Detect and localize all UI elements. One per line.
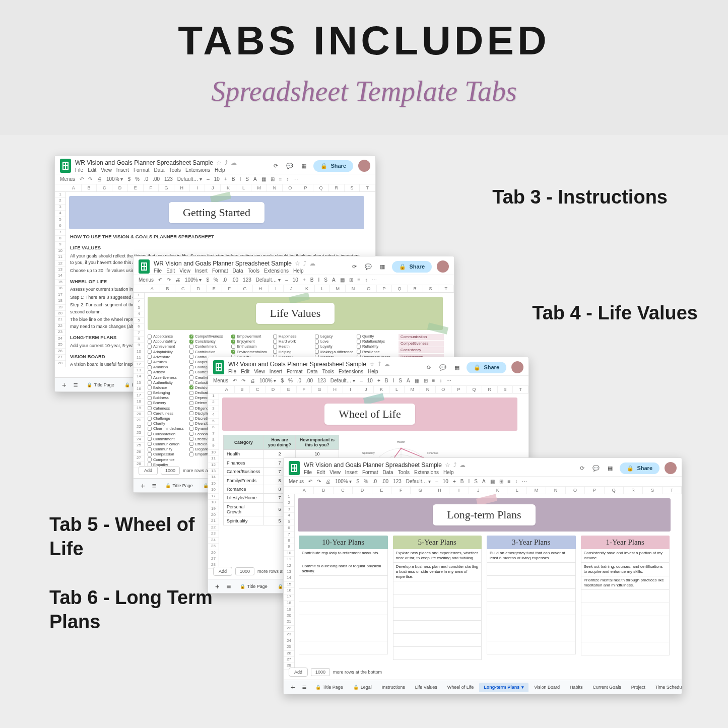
value-checkbox[interactable]: Boldness — [148, 395, 187, 400]
plan-cell[interactable] — [487, 576, 576, 589]
value-checkbox[interactable]: Artistry — [148, 370, 187, 374]
add-sheet-button[interactable]: + — [212, 582, 223, 590]
toolbar-item[interactable]: S — [474, 479, 478, 484]
avatar[interactable] — [665, 462, 677, 474]
comment-icon[interactable]: 💬 — [438, 363, 447, 372]
menu-item[interactable]: Tools — [169, 167, 181, 173]
sheet-tab[interactable]: Vision Board — [530, 683, 564, 692]
value-checkbox[interactable]: Challenge — [148, 416, 187, 421]
add-sheet-button[interactable]: + — [288, 683, 298, 691]
menu-item[interactable]: Help — [443, 470, 454, 475]
toolbar-item[interactable]: I — [239, 176, 241, 182]
toolbar-item[interactable]: 100% ▾ — [106, 176, 123, 182]
toolbar-item[interactable]: 10 — [293, 277, 298, 283]
value-checkbox[interactable]: Acceptance — [148, 334, 187, 339]
toolbar-item[interactable]: ↕ — [286, 176, 289, 182]
toolbar-item[interactable]: ↕ — [515, 479, 517, 484]
add-button[interactable]: Add — [213, 567, 232, 576]
value-checkbox[interactable]: Hard work — [273, 339, 313, 344]
toolbar-item[interactable]: I — [318, 277, 319, 283]
value-checkbox[interactable]: Authenticity — [148, 380, 187, 385]
value-checkbox[interactable]: Ambition — [148, 365, 187, 369]
all-sheets-button[interactable]: ≡ — [299, 683, 310, 691]
avatar[interactable] — [358, 160, 370, 172]
plan-cell[interactable]: Build an emergency fund that can cover a… — [487, 549, 576, 563]
history-icon[interactable]: ⟳ — [350, 262, 359, 271]
toolbar-item[interactable]: % — [135, 176, 140, 182]
menu-item[interactable]: Edit — [316, 470, 325, 475]
toolbar-item[interactable]: % — [364, 479, 368, 484]
history-icon[interactable]: ⟳ — [424, 363, 433, 372]
toolbar-item[interactable]: S — [399, 378, 402, 383]
menu-item[interactable]: Insert — [270, 369, 282, 374]
toolbar-item[interactable]: $ — [281, 378, 284, 383]
value-checkbox[interactable]: Adaptability — [148, 350, 187, 354]
value-checkbox[interactable]: Communication — [148, 442, 187, 446]
toolbar-item[interactable]: ≡ — [358, 277, 361, 283]
toolbar[interactable]: Menus↶↷🖨100% ▾$%.0.00123Default… ▾–10+BI… — [208, 375, 528, 386]
toolbar-item[interactable]: B — [232, 176, 235, 182]
toolbar-item[interactable]: .00 — [231, 277, 238, 283]
toolbar-item[interactable]: 🖨 — [175, 277, 180, 283]
share-button[interactable]: 🔒Share — [620, 462, 659, 474]
add-rows[interactable]: Add 1000 more rows at the bottom — [289, 668, 382, 677]
menu-item[interactable]: Edit — [88, 167, 96, 173]
meet-icon[interactable]: ▦ — [299, 161, 308, 170]
toolbar-item[interactable]: 100% ▾ — [259, 378, 276, 383]
toolbar-item[interactable]: 123 — [393, 479, 402, 484]
value-checkbox[interactable]: Assertiveness — [148, 375, 187, 380]
value-checkbox[interactable]: Resilience — [357, 350, 396, 354]
plan-cell[interactable]: Seek out training, courses, and certific… — [581, 563, 670, 576]
toolbar-item[interactable]: 10 — [367, 378, 373, 383]
menu-item[interactable]: Edit — [241, 369, 249, 374]
toolbar-item[interactable]: ↶ — [80, 176, 84, 182]
value-checkbox[interactable]: Compassion — [148, 452, 187, 456]
plan-cell[interactable]: Commit to a lifelong habit of regular ph… — [299, 562, 388, 576]
sheet-tab[interactable]: Project — [627, 683, 650, 692]
toolbar-item[interactable]: B — [385, 378, 388, 383]
toolbar-item[interactable]: ↕ — [365, 277, 367, 283]
toolbar-item[interactable]: A — [482, 479, 486, 484]
value-checkbox[interactable]: Health — [273, 344, 313, 349]
toolbar-item[interactable]: ↷ — [317, 479, 321, 484]
menu-item[interactable]: View — [101, 167, 112, 173]
move-icon[interactable]: ⤴ — [225, 159, 228, 166]
toolbar-item[interactable]: S — [245, 176, 249, 182]
toolbar-item[interactable]: .0 — [144, 176, 148, 182]
toolbar-item[interactable]: 123 — [243, 277, 251, 283]
sheet-tab[interactable]: Current Goals — [588, 683, 626, 692]
toolbar-item[interactable]: 10 — [214, 176, 220, 182]
sheet-tab[interactable]: Instructions — [377, 683, 410, 692]
value-checkbox[interactable]: Community — [148, 447, 187, 451]
toolbar-item[interactable]: S — [324, 277, 327, 283]
share-button[interactable]: 🔒Share — [392, 261, 432, 273]
plan-cell[interactable] — [487, 589, 576, 602]
toolbar-item[interactable]: Default… ▾ — [406, 479, 431, 484]
plan-cell[interactable] — [581, 590, 670, 603]
menu-item[interactable]: Extensions — [339, 369, 363, 374]
sheet-tab[interactable]: Wheel of Life — [443, 683, 479, 692]
toolbar-item[interactable]: + — [303, 277, 306, 283]
meet-icon[interactable]: ▦ — [606, 464, 615, 473]
toolbar-item[interactable]: ↷ — [241, 378, 245, 383]
toolbar-item[interactable]: A — [253, 176, 257, 182]
plan-cell[interactable] — [487, 615, 576, 628]
value-checkbox[interactable]: Bravery — [148, 401, 187, 405]
plan-cell[interactable] — [581, 616, 670, 629]
plan-cell[interactable] — [299, 589, 388, 602]
all-sheets-button[interactable]: ≡ — [224, 582, 234, 590]
toolbar-item[interactable]: Menus — [139, 277, 154, 283]
menu-bar[interactable]: FileEditViewInsertFormatDataToolsExtensi… — [228, 369, 390, 374]
plan-cell[interactable]: Explore new places and experiences, whet… — [393, 549, 482, 563]
meet-icon[interactable]: ▦ — [452, 363, 461, 372]
toolbar-item[interactable]: .00 — [381, 479, 388, 484]
toolbar-item[interactable]: + — [224, 176, 227, 182]
toolbar-item[interactable]: ≡ — [279, 176, 282, 182]
value-checkbox[interactable]: Relationships — [357, 339, 396, 344]
toolbar-item[interactable]: ≡ — [508, 479, 511, 484]
menu-item[interactable]: Extensions — [414, 470, 439, 475]
plan-cell[interactable] — [393, 608, 482, 621]
avatar[interactable] — [437, 260, 449, 273]
plan-cell[interactable] — [487, 641, 576, 654]
plan-cell[interactable] — [299, 628, 388, 641]
